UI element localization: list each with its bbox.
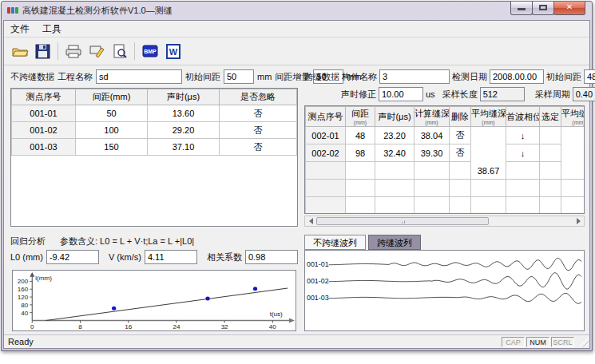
word-icon: W <box>165 44 181 59</box>
non-crossing-panel: 不跨缝数据 工程名称 初始间距 mm 间距增量 mm 测点序号 间距 <box>10 69 298 227</box>
toolbar: BMP W <box>4 38 589 65</box>
col-header: 测点序号 <box>12 89 76 105</box>
print-button[interactable] <box>62 41 84 62</box>
date-label: 检测日期 <box>452 71 487 83</box>
table-row[interactable]: 002-02 98 32.40 39.30 否 ↓ <box>306 144 585 162</box>
wave-label: 001-01 <box>307 260 329 268</box>
app-icon <box>7 5 18 16</box>
sample-len-input <box>480 87 525 101</box>
date-input[interactable] <box>490 69 544 84</box>
table-row[interactable]: 001-01 50 13.60 否 <box>12 105 297 122</box>
print-preview-button[interactable] <box>109 41 130 62</box>
svg-text:W: W <box>169 47 177 57</box>
non-crossing-table: 测点序号 间距(mm) 声时(μs) 是否忽略 001-01 50 13.60 … <box>10 88 298 227</box>
open-button[interactable] <box>9 41 30 62</box>
svg-text:32: 32 <box>221 323 228 330</box>
avg-depth-cell-2[interactable] <box>561 127 585 180</box>
svg-text:BMP: BMP <box>144 49 157 54</box>
menu-tools[interactable]: 工具 <box>36 21 68 37</box>
l0-label: L0 (mm) <box>10 252 43 262</box>
sample-period-label: 采样周期 <box>535 89 570 101</box>
first-wave-phase-down-icon[interactable]: ↓ <box>506 144 540 162</box>
window-body: 文件 工具 <box>3 20 590 349</box>
status-text: Ready <box>4 337 502 346</box>
col-header: 首波相位 <box>506 107 540 127</box>
col-header: 测点序号 <box>306 107 346 127</box>
resize-grip-icon[interactable] <box>578 337 589 347</box>
col-header: 删除 <box>450 107 471 127</box>
regression-chart: 08162432404080120160200l(mm)t(us) <box>13 271 296 330</box>
col-header: 计算缝深(mm) <box>415 107 450 127</box>
table-row[interactable] <box>306 162 585 180</box>
export-bmp-button[interactable]: BMP <box>139 41 161 62</box>
corr-label: 相关系数 <box>207 251 242 263</box>
wave-tabs: 不跨缝波列 跨缝波列 <box>304 235 421 250</box>
scroll-left-icon[interactable] <box>306 217 315 225</box>
time-corr-unit: us <box>426 89 435 99</box>
tab-crossing-waves[interactable]: 跨缝波列 <box>368 235 421 250</box>
regression-chart-box: 08162432404080120160200l(mm)t(us) <box>12 270 296 331</box>
crossing-panel: 跨缝数据 构件名称 检测日期 初始间距 mm 声时修正 us 采样长度 采样周期 <box>304 69 585 227</box>
print-setup-button[interactable] <box>85 41 107 62</box>
minimize-icon <box>518 8 526 10</box>
svg-text:t(us): t(us) <box>270 311 284 318</box>
export-word-button[interactable]: W <box>162 41 184 62</box>
print-preview-icon <box>112 44 128 59</box>
scroll-indicator: SCRL <box>551 337 574 347</box>
table-row[interactable] <box>306 197 585 215</box>
horizontal-scrollbar[interactable] <box>304 216 585 227</box>
table-row[interactable] <box>306 180 585 197</box>
init-spacing2-label: 初始间距 <box>546 71 581 83</box>
init-spacing-label: 初始间距 <box>185 71 220 83</box>
avg-depth-cell[interactable]: 38.67 <box>471 127 506 180</box>
svg-text:24: 24 <box>173 323 180 330</box>
app-window: 高铁建混凝土检测分析软件V1.0—测缝 ✕ 文件 工具 <box>1 1 593 351</box>
open-folder-icon <box>11 44 29 58</box>
init-spacing2-input[interactable] <box>584 69 595 84</box>
wave-label: 001-03 <box>307 294 329 302</box>
toolbar-separator <box>134 42 135 60</box>
waveform-trace <box>329 293 581 303</box>
svg-text:40: 40 <box>21 310 29 317</box>
scrollbar-thumb[interactable] <box>316 217 489 225</box>
project-name-input[interactable] <box>96 69 182 84</box>
scroll-right-icon[interactable] <box>573 217 583 225</box>
table-row[interactable]: 001-02 100 29.20 否 <box>12 122 297 139</box>
l0-input[interactable] <box>46 250 99 264</box>
init-spacing-input[interactable] <box>224 69 254 84</box>
col-header: 平均缝深(mm) <box>471 107 506 127</box>
svg-text:0: 0 <box>30 323 34 330</box>
col-header: 声时(μs) <box>375 107 415 127</box>
v-input[interactable] <box>145 250 197 264</box>
corr-input[interactable] <box>245 250 298 264</box>
formula-label: 参数含义: L0 = L + V·t;La = L +|L0| <box>60 235 194 247</box>
window-title: 高铁建混凝土检测分析软件V1.0—测缝 <box>22 5 173 17</box>
minimize-button[interactable] <box>510 2 533 15</box>
section-label-noncrossing: 不跨缝数据 <box>10 71 54 83</box>
component-input[interactable] <box>379 69 450 84</box>
maximize-button[interactable] <box>532 2 554 15</box>
first-wave-phase-down-icon[interactable]: ↓ <box>506 127 540 144</box>
sample-period-input <box>573 87 595 101</box>
section-label-crossing: 跨缝数据 <box>304 71 339 83</box>
waveform-trace <box>329 273 581 290</box>
main-content: 不跨缝数据 工程名称 初始间距 mm 间距增量 mm 测点序号 间距 <box>4 65 589 334</box>
svg-text:200: 200 <box>18 278 29 285</box>
toolbar-separator <box>58 42 58 60</box>
tab-noncrossing-waves[interactable]: 不跨缝波列 <box>304 235 366 250</box>
project-name-label: 工程名称 <box>58 71 93 83</box>
caps-indicator: CAP <box>502 337 525 347</box>
titlebar[interactable]: 高铁建混凝土检测分析软件V1.0—测缝 ✕ <box>2 2 592 19</box>
statusbar: Ready CAP NUM SCRL <box>4 334 589 348</box>
save-button[interactable] <box>32 41 54 62</box>
v-label: V (km/s) <box>109 252 141 262</box>
time-corr-input[interactable] <box>379 87 423 101</box>
table-row[interactable]: 001-03 150 37.10 否 <box>12 139 297 156</box>
table-row[interactable]: 002-01 48 23.20 38.04 否 38.67 ↓ <box>306 127 585 144</box>
svg-text:40: 40 <box>269 323 277 330</box>
save-icon <box>35 44 50 59</box>
menu-file[interactable]: 文件 <box>4 21 36 37</box>
wave-display: 001-01001-02001-03 <box>304 250 585 331</box>
svg-text:8: 8 <box>78 323 82 330</box>
close-button[interactable]: ✕ <box>553 2 585 15</box>
